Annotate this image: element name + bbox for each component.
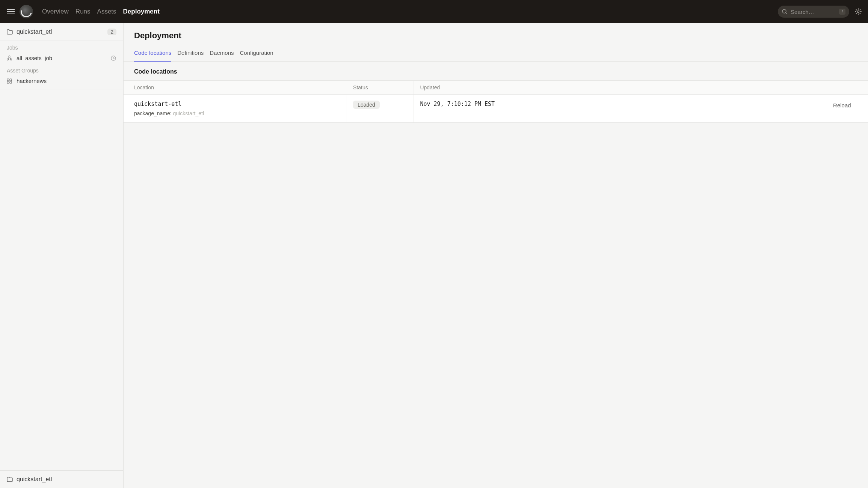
table-header-row: Location Status Updated <box>124 81 868 95</box>
th-action <box>816 81 868 95</box>
repo-name: quickstart_etl <box>17 29 107 35</box>
table-row: quickstart-etl package_name: quickstart_… <box>124 95 868 123</box>
tab-code-locations[interactable]: Code locations <box>134 45 171 61</box>
section-title: Code locations <box>124 62 868 80</box>
location-name[interactable]: quickstart-etl <box>134 101 341 107</box>
svg-line-1 <box>786 13 787 14</box>
svg-point-2 <box>857 11 859 13</box>
asset-group-icon <box>7 78 13 84</box>
status-badge: Loaded <box>353 101 380 109</box>
sidebar-asset-groups-label: Asset Groups <box>0 64 123 75</box>
sidebar: quickstart_etl 2 Jobs all_assets_job <box>0 23 124 488</box>
sidebar-jobs-label: Jobs <box>0 41 123 52</box>
package-label: package_name: <box>134 110 172 116</box>
app-logo[interactable] <box>20 5 33 18</box>
cell-status: Loaded <box>347 95 414 123</box>
tabs: Code locations Definitions Daemons Confi… <box>124 45 868 62</box>
folder-icon <box>7 29 13 35</box>
sidebar-footer[interactable]: quickstart_etl <box>0 470 123 488</box>
sidebar-item-job[interactable]: all_assets_job <box>0 52 123 64</box>
sidebar-repo-header[interactable]: quickstart_etl 2 <box>0 23 123 41</box>
sidebar-item-label: hackernews <box>17 78 116 84</box>
nav-runs[interactable]: Runs <box>75 8 91 15</box>
svg-line-7 <box>10 57 11 59</box>
settings-button[interactable] <box>854 8 862 15</box>
sidebar-divider <box>0 89 123 89</box>
tab-configuration[interactable]: Configuration <box>240 45 273 61</box>
cell-action: Reload <box>816 95 868 123</box>
search-input[interactable] <box>791 9 837 15</box>
svg-rect-12 <box>10 81 12 83</box>
tab-daemons[interactable]: Daemons <box>210 45 234 61</box>
topbar-right: / <box>778 6 862 18</box>
code-locations-table: Location Status Updated quickstart-etl p… <box>124 80 868 123</box>
nav-assets[interactable]: Assets <box>97 8 116 15</box>
repo-count-badge: 2 <box>107 29 116 35</box>
search-shortcut: / <box>839 9 845 15</box>
tab-definitions[interactable]: Definitions <box>177 45 204 61</box>
svg-rect-9 <box>7 79 9 81</box>
main-layout: quickstart_etl 2 Jobs all_assets_job <box>0 23 868 488</box>
search-box[interactable]: / <box>778 6 849 18</box>
svg-rect-10 <box>10 79 12 81</box>
content-area: Deployment Code locations Definitions Da… <box>124 23 868 488</box>
svg-line-6 <box>8 57 9 59</box>
folder-icon <box>7 477 13 482</box>
job-icon <box>7 56 13 61</box>
updated-time: Nov 29, 7:10:12 PM EST <box>420 101 495 107</box>
svg-rect-11 <box>7 81 9 83</box>
gear-icon <box>854 8 862 15</box>
sidebar-item-label: all_assets_job <box>17 55 110 61</box>
search-icon <box>782 9 788 15</box>
cell-location: quickstart-etl package_name: quickstart_… <box>124 95 347 123</box>
sidebar-footer-label: quickstart_etl <box>17 476 116 483</box>
sidebar-item-asset-group[interactable]: hackernews <box>0 75 123 87</box>
th-updated: Updated <box>414 81 816 95</box>
page-title: Deployment <box>124 23 868 45</box>
cell-updated: Nov 29, 7:10:12 PM EST <box>414 95 816 123</box>
hamburger-icon <box>7 9 15 14</box>
th-location: Location <box>124 81 347 95</box>
package-value: quickstart_etl <box>173 110 204 116</box>
nav-deployment[interactable]: Deployment <box>123 8 160 15</box>
package-line: package_name: quickstart_etl <box>134 110 341 116</box>
schedule-status-icon <box>110 55 116 61</box>
nav-overview[interactable]: Overview <box>42 8 69 15</box>
reload-button[interactable]: Reload <box>822 101 862 110</box>
th-status: Status <box>347 81 414 95</box>
nav-links: Overview Runs Assets Deployment <box>42 8 160 15</box>
top-nav-bar: Overview Runs Assets Deployment / <box>0 0 868 23</box>
menu-button[interactable] <box>6 7 16 17</box>
